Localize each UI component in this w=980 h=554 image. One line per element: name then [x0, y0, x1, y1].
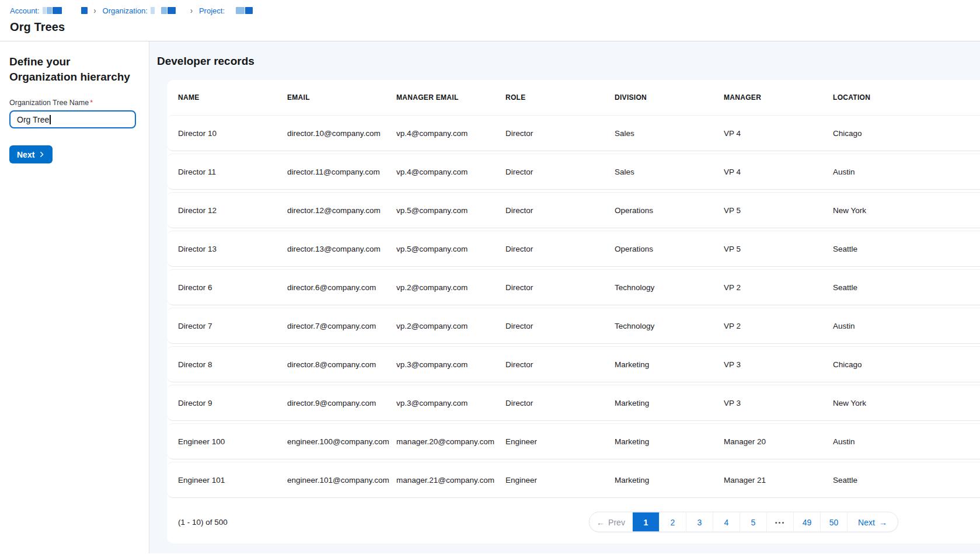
column-header-name: NAME: [178, 93, 287, 102]
cell-manager: VP 3: [724, 399, 833, 407]
cell-name: Director 6: [178, 283, 287, 292]
page-button-49[interactable]: 49: [794, 513, 821, 532]
cell-manager-email: vp.2@company.com: [396, 322, 505, 330]
pagination: ←Prev12345•••4950Next→: [589, 512, 898, 532]
cell-division: Operations: [615, 206, 724, 215]
cell-email: engineer.101@company.com: [287, 476, 396, 485]
cell-manager-email: vp.4@company.com: [396, 168, 505, 176]
arrow-left-icon: ←: [597, 517, 605, 527]
cell-location: Seattle: [833, 245, 942, 253]
table-row: Director 6director.6@company.comvp.2@com…: [167, 269, 980, 305]
table-row: Director 11director.11@company.comvp.4@c…: [167, 154, 980, 190]
cell-manager-email: vp.4@company.com: [396, 129, 505, 138]
cell-manager: Manager 20: [724, 437, 833, 446]
breadcrumb-item-project: Project:: [199, 6, 253, 15]
prev-label: Prev: [608, 517, 625, 527]
cell-email: director.6@company.com: [287, 283, 396, 292]
cell-email: director.9@company.com: [287, 399, 396, 407]
cell-location: New York: [833, 399, 942, 407]
page-button-1[interactable]: 1: [633, 513, 660, 532]
breadcrumb-link-project[interactable]: Project:: [199, 6, 225, 15]
redacted-chip: [43, 7, 46, 14]
table-row: Engineer 101engineer.101@company.commana…: [167, 462, 980, 498]
cell-division: Marketing: [615, 476, 724, 485]
cell-manager-email: manager.20@company.com: [396, 437, 505, 446]
cell-role: Director: [505, 206, 615, 215]
next-button-label: Next: [17, 150, 34, 159]
cell-manager: VP 4: [724, 168, 833, 176]
cell-division: Marketing: [615, 399, 724, 407]
sidebar: Define your Organization hierarchy Organ…: [0, 41, 149, 553]
cell-division: Operations: [615, 245, 724, 253]
table-row: Director 13director.13@company.comvp.5@c…: [167, 231, 980, 267]
breadcrumb-separator-icon: ›: [188, 6, 195, 16]
table-row: Director 9director.9@company.comvp.3@com…: [167, 385, 980, 421]
page-button-50[interactable]: 50: [821, 513, 848, 532]
cell-name: Director 12: [178, 206, 287, 215]
cell-manager: VP 2: [724, 283, 833, 292]
cell-manager-email: vp.5@company.com: [396, 206, 505, 215]
page-button-3[interactable]: 3: [686, 513, 713, 532]
table-row: Engineer 100engineer.100@company.commana…: [167, 423, 980, 459]
cell-role: Director: [505, 399, 615, 407]
redacted-chip: [81, 7, 88, 14]
page-title: Org Trees: [10, 20, 980, 34]
breadcrumb-separator-icon: ›: [92, 6, 99, 16]
table-footer: (1 - 10) of 500 ←Prev12345•••4950Next→: [167, 500, 980, 543]
cell-division: Technology: [615, 322, 724, 330]
cell-name: Director 11: [178, 168, 287, 176]
breadcrumb-link-account[interactable]: Account:: [10, 6, 40, 15]
cell-manager: VP 4: [724, 129, 833, 138]
cell-manager-email: manager.21@company.com: [396, 476, 505, 485]
redacted-chip: [47, 7, 52, 14]
redacted-chip: [151, 7, 155, 14]
cell-manager-email: vp.2@company.com: [396, 283, 505, 292]
cell-manager-email: vp.5@company.com: [396, 245, 505, 253]
page-button-5[interactable]: 5: [740, 513, 767, 532]
cell-division: Sales: [615, 129, 724, 138]
prev-page-button[interactable]: ←Prev: [590, 513, 633, 532]
page-button-2[interactable]: 2: [660, 513, 686, 532]
cell-name: Engineer 100: [178, 437, 287, 446]
cell-email: director.8@company.com: [287, 360, 396, 369]
cell-location: Seattle: [833, 283, 942, 292]
cell-manager: VP 2: [724, 322, 833, 330]
breadcrumb-link-organization[interactable]: Organization:: [103, 6, 148, 15]
chevron-right-icon: [39, 151, 45, 158]
input-value: Org Tree: [17, 115, 49, 124]
pagination-ellipsis[interactable]: •••: [767, 513, 794, 532]
required-marker: *: [90, 99, 93, 107]
cell-location: Seattle: [833, 476, 942, 485]
cell-role: Engineer: [505, 437, 615, 446]
cell-name: Director 9: [178, 399, 287, 407]
cell-name: Director 13: [178, 245, 287, 253]
table-header-row: NAMEEMAILMANAGER EMAILROLEDIVISIONMANAGE…: [167, 80, 980, 115]
redacted-chip: [161, 7, 167, 14]
cell-manager: VP 5: [724, 245, 833, 253]
developer-records-card: NAMEEMAILMANAGER EMAILROLEDIVISIONMANAGE…: [167, 80, 980, 543]
cell-email: director.12@company.com: [287, 206, 396, 215]
cell-division: Technology: [615, 283, 724, 292]
cell-manager: Manager 21: [724, 476, 833, 485]
cell-location: New York: [833, 206, 942, 215]
next-page-button[interactable]: Next→: [848, 513, 898, 532]
cell-email: director.11@company.com: [287, 168, 396, 176]
page-button-4[interactable]: 4: [713, 513, 740, 532]
redacted-chip: [53, 7, 62, 14]
cell-location: Austin: [833, 437, 942, 446]
cell-role: Director: [505, 129, 615, 138]
cell-location: Austin: [833, 168, 942, 176]
org-tree-name-input[interactable]: Org Tree: [9, 110, 136, 128]
page-header: Account: › Organization: › Project: Org …: [0, 0, 980, 41]
next-label: Next: [858, 517, 875, 527]
breadcrumb-item-account: Account:: [10, 6, 88, 15]
column-header-location: LOCATION: [833, 93, 942, 102]
cell-email: director.7@company.com: [287, 322, 396, 330]
breadcrumb: Account: › Organization: › Project:: [10, 5, 980, 16]
cell-manager-email: vp.3@company.com: [396, 399, 505, 407]
redacted-chip: [236, 7, 245, 14]
next-button[interactable]: Next: [9, 145, 53, 163]
cell-role: Engineer: [505, 476, 615, 485]
cell-name: Engineer 101: [178, 476, 287, 485]
section-heading: Developer records: [157, 55, 980, 68]
